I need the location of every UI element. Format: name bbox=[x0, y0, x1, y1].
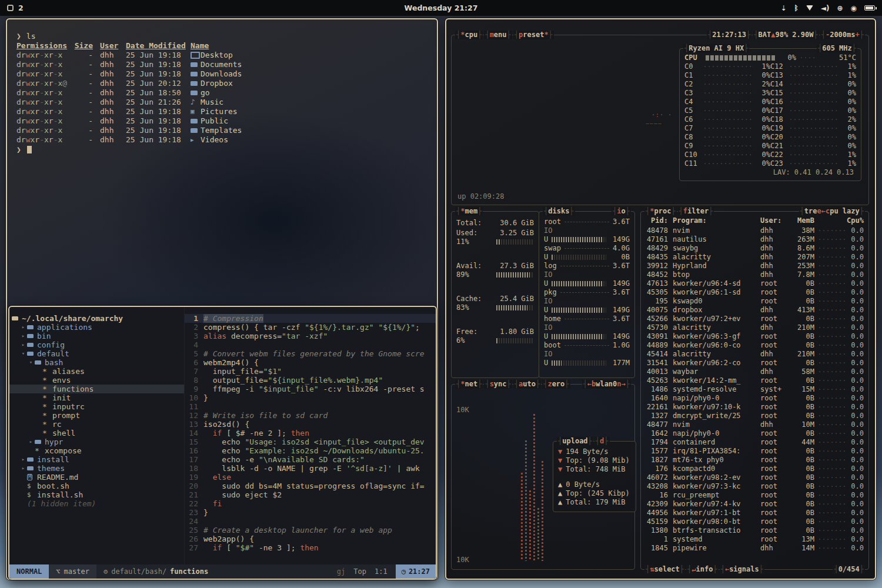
process-row[interactable]: 45414alacrittydhh210M·······0.0 bbox=[646, 350, 864, 359]
process-row[interactable]: 45263kworker/14:2-mm_root0B·······0.0 bbox=[646, 376, 864, 385]
tree-item-bash[interactable]: ▾bash bbox=[9, 358, 184, 367]
process-row[interactable]: 1327dmcrypt_write/25root0B·······0.0 bbox=[646, 412, 864, 420]
process-row[interactable]: 48429swaybgdhh8.6M·······0.0 bbox=[646, 244, 864, 253]
code-line-6[interactable]: 6webm2mp4() { bbox=[185, 358, 436, 367]
process-row[interactable]: 195kswapd0root0B·······0.0 bbox=[646, 297, 864, 306]
process-row[interactable]: 43091kworker/u96:3-gfroot0B·······0.0 bbox=[646, 332, 864, 341]
code-line-7[interactable]: 7 input_file="$1" bbox=[185, 367, 436, 376]
tree-item-applications[interactable]: ▸applications bbox=[9, 323, 184, 332]
tree-item-hypr[interactable]: ▸hypr bbox=[9, 437, 184, 446]
process-row[interactable]: 16rcu_preemptroot0B·······0.0 bbox=[646, 491, 864, 500]
process-row[interactable]: 1systemdroot13M·······0.0 bbox=[646, 535, 864, 544]
process-row[interactable]: 22161kworker/u97:10-kroot0B·······0.0 bbox=[646, 403, 864, 412]
process-row[interactable]: 1380btrfs-transactioroot0B·······0.0 bbox=[646, 526, 864, 535]
btop-label[interactable]: ┤preset *├ bbox=[513, 31, 554, 39]
process-row[interactable]: 47613kworker/u96:4-sdroot0B·······0.0 bbox=[646, 279, 864, 288]
tree-item-default[interactable]: ▾default bbox=[9, 349, 184, 358]
btop-label[interactable]: ┤- 2000ms +├ bbox=[820, 31, 865, 39]
process-row[interactable]: 40075dropboxdhh413M·······0.0 bbox=[646, 306, 864, 315]
process-row[interactable]: 48452btopdhh7.8M·······0.0 bbox=[646, 270, 864, 279]
code-line-18[interactable]: 18 lsblk -d -o NAME | grep -E '^sd[a-z]'… bbox=[185, 464, 436, 473]
process-row[interactable]: 1577irq/81-PIXA3854:root0B·······0.0 bbox=[646, 447, 864, 456]
code-line-17[interactable]: 17 echo -e "\nAvailable SD cards:" bbox=[185, 455, 436, 464]
network-icon[interactable]: ⊕ bbox=[837, 5, 843, 12]
code-line-22[interactable]: 22 fi bbox=[185, 499, 436, 508]
process-row[interactable]: 47161nautilusdhh263M·······0.0 bbox=[646, 235, 864, 244]
tree-item-prompt[interactable]: prompt bbox=[9, 411, 184, 420]
btop-label[interactable]: ┤io├ bbox=[612, 207, 631, 216]
download-icon[interactable]: ⇣ bbox=[780, 5, 786, 12]
btop-label[interactable]: ┤21:27:13├ bbox=[707, 31, 751, 39]
tree-item-xcompose[interactable]: xcompose bbox=[9, 446, 184, 455]
tree-item--local-share-omarchy[interactable]: ~/.local/share/omarchy bbox=[9, 314, 184, 323]
tree-item-readme-md[interactable]: README.md bbox=[9, 473, 184, 482]
tree-item-bin[interactable]: ▸bin bbox=[9, 332, 184, 340]
code-line-27[interactable]: 27 if [ "$#" -ne 3 ]; then bbox=[185, 543, 436, 552]
btop-label[interactable]: ┤BAT▲ 98% 2.90W├ bbox=[753, 31, 818, 39]
code-line-16[interactable]: 16 echo "Example: iso2sd ~/Downloads/ubu… bbox=[185, 446, 436, 455]
tree-item-init[interactable]: init bbox=[9, 393, 184, 402]
tree-item-boot-sh[interactable]: boot.sh bbox=[9, 482, 184, 490]
clock[interactable]: Wednesday 21:27 bbox=[405, 4, 478, 12]
process-row[interactable]: 176kcompactd0root0B·······0.0 bbox=[646, 465, 864, 473]
process-row[interactable]: 1642napi/phy0-0root0B·······0.0 bbox=[646, 429, 864, 438]
btop-label[interactable]: ┤← signals├ bbox=[720, 565, 764, 574]
code-line-4[interactable]: 4 bbox=[185, 340, 436, 349]
btop-label[interactable]: ┤menu├ bbox=[484, 31, 512, 39]
code-line-14[interactable]: 14 if [ $# -ne 2 ]; then bbox=[185, 429, 436, 437]
wifi-icon[interactable] bbox=[806, 5, 813, 11]
tree-item-rc[interactable]: rc bbox=[9, 420, 184, 429]
code-buffer[interactable]: 1# Compression2compress() { tar -czf "${… bbox=[185, 307, 436, 564]
process-row[interactable]: 1827mt76-tx phy0root0B·······0.0 bbox=[646, 456, 864, 465]
process-row[interactable]: 40013waybardhh58M·······0.0 bbox=[646, 368, 864, 376]
btop-label[interactable]: ┤auto├ bbox=[513, 380, 541, 389]
code-line-19[interactable]: 19 else bbox=[185, 473, 436, 482]
code-line-3[interactable]: 3alias decompress="tar -xzf" bbox=[185, 332, 436, 340]
process-row[interactable]: 44889kworker/u96:0-coroot0B·······0.0 bbox=[646, 341, 864, 350]
code-line-8[interactable]: 8 output_file="${input_file%.webm}.mp4" bbox=[185, 376, 436, 385]
process-row[interactable]: 48435alacrittydhh207M·······0.0 bbox=[646, 253, 864, 262]
btop-label[interactable]: ┤←b wlan0 n→├ bbox=[582, 380, 632, 389]
code-line-9[interactable]: 9 ffmpeg -i "$input_file" -c:v libx264 -… bbox=[185, 385, 436, 393]
bluetooth-icon[interactable]: ᛒ bbox=[794, 5, 799, 12]
process-row[interactable]: 1845pipewiredhh14M·······0.0 bbox=[646, 544, 864, 553]
process-row[interactable]: 44956kworker/u97:1-btroot0B·······0.0 bbox=[646, 509, 864, 517]
battery-icon[interactable] bbox=[864, 5, 875, 11]
code-line-25[interactable]: 25# Create a desktop launcher for a web … bbox=[185, 526, 436, 534]
process-row[interactable]: 43208kworker/u97:3-kcroot0B·······0.0 bbox=[646, 482, 864, 491]
volume-icon[interactable]: ◄) bbox=[821, 5, 830, 12]
btop-label[interactable]: ┤⇅ select├ bbox=[644, 565, 685, 574]
process-row[interactable]: 48477nvimdhh10M·······0.0 bbox=[646, 420, 864, 429]
process-row[interactable]: 45266kworker/u97:2+evroot0B·······0.0 bbox=[646, 315, 864, 323]
tree-item-inputrc[interactable]: inputrc bbox=[9, 402, 184, 411]
code-line-21[interactable]: 21 sudo eject $2 bbox=[185, 490, 436, 499]
tree-item-config[interactable]: ▸config bbox=[9, 340, 184, 349]
process-row[interactable]: 45730alacrittydhh210M·······0.0 bbox=[646, 323, 864, 332]
btop-label[interactable]: ┤*cpu├ bbox=[455, 31, 483, 39]
process-row[interactable]: 45305kworker/u96:1-sdroot0B·······0.0 bbox=[646, 288, 864, 297]
tree-item-aliases[interactable]: aliases bbox=[9, 367, 184, 376]
process-row[interactable]: 42309kworker/u97:4-kvroot0B·······0.0 bbox=[646, 500, 864, 509]
code-line-26[interactable]: 26web2app() { bbox=[185, 534, 436, 543]
code-line-15[interactable]: 15 echo "Usage: iso2sd <input_file> <out… bbox=[185, 437, 436, 446]
code-line-2[interactable]: 2compress() { tar -czf "${1%/}.tar.gz" "… bbox=[185, 323, 436, 332]
code-line-10[interactable]: 10} bbox=[185, 393, 436, 402]
user-icon[interactable]: ◉ bbox=[851, 5, 857, 12]
btop-label[interactable]: ┤*mem├ bbox=[455, 207, 483, 216]
code-line-11[interactable]: 11 bbox=[185, 402, 436, 411]
process-row[interactable]: 45159kworker/u98:0-btroot0B·······0.0 bbox=[646, 517, 864, 526]
code-line-20[interactable]: 20 sudo dd bs=4M status=progress oflag=s… bbox=[185, 482, 436, 490]
process-row[interactable]: 46072kworker/u98:2-evroot0B·······0.0 bbox=[646, 473, 864, 482]
btop-label[interactable]: ┤disks├ bbox=[543, 207, 575, 216]
process-row[interactable]: 48478nvimdhh38M·······0.0 bbox=[646, 226, 864, 235]
code-line-12[interactable]: 12# Write iso file to sd card bbox=[185, 411, 436, 420]
prompt-line-empty[interactable]: ❯ bbox=[16, 145, 427, 155]
code-line-24[interactable]: 24 bbox=[185, 517, 436, 526]
process-row[interactable]: 1640napi/phy0-0root0B·······0.0 bbox=[646, 394, 864, 403]
process-row[interactable]: 31541kworker/u96:2-coroot0B·······0.0 bbox=[646, 359, 864, 368]
tree-item-install-sh[interactable]: install.sh bbox=[9, 490, 184, 499]
btop-label[interactable]: ┤↵ info├ bbox=[686, 565, 719, 574]
code-line-13[interactable]: 13iso2sd() { bbox=[185, 420, 436, 429]
code-line-5[interactable]: 5# Convert webm files generated by the G… bbox=[185, 349, 436, 358]
tree-item-envs[interactable]: envs bbox=[9, 376, 184, 385]
